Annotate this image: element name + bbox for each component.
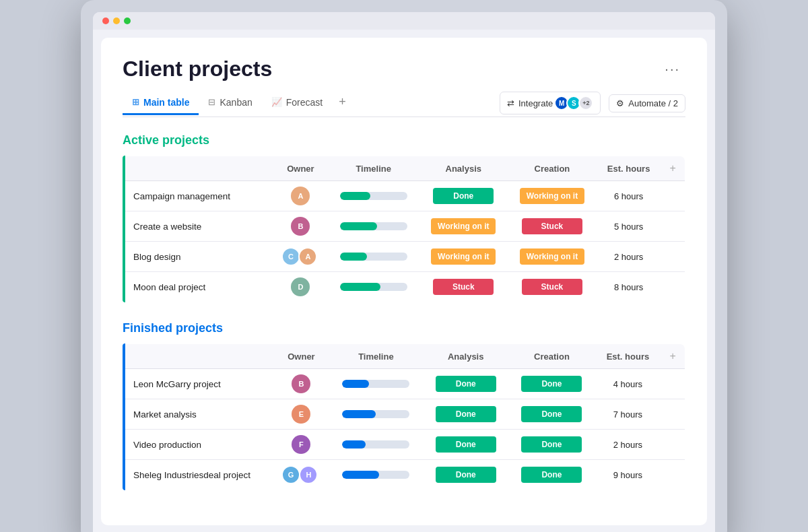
timeline-bar (342, 380, 409, 388)
owner-cell: E (273, 399, 329, 430)
avatar-group: CA (281, 247, 320, 266)
analysis-cell: Done (423, 430, 509, 460)
finished-table-body: Leon McGarry project B Done Done 4 hours… (125, 369, 685, 490)
table-row: Leon McGarry project B Done Done 4 hours (125, 369, 685, 399)
tab-main-table[interactable]: ⊞ Main table (123, 92, 199, 115)
timeline-bar (340, 222, 407, 230)
avatar: F (292, 435, 310, 454)
analysis-badge: Working on it (431, 218, 496, 234)
avatar: C (281, 247, 300, 266)
app-content: Client projects ··· ⊞ Main table ⊟ Kanba… (101, 38, 707, 525)
tab-forecast[interactable]: 📈 Forecast (262, 92, 332, 115)
timeline-bar (340, 283, 407, 291)
analysis-badge: Working on it (431, 248, 496, 265)
table-row: Blog design CA Working on it Working on … (125, 242, 685, 272)
laptop-shell: Client projects ··· ⊞ Main table ⊟ Kanba… (81, 0, 727, 532)
project-name: Leon McGarry project (125, 369, 273, 399)
row-add-cell (661, 242, 685, 272)
creation-cell: Done (509, 460, 595, 490)
avatar: G (281, 465, 300, 484)
owner-cell: CA (273, 242, 328, 272)
creation-badge: Working on it (520, 248, 584, 265)
screen-bar (93, 12, 715, 30)
col-owner-active: Owner (273, 156, 328, 181)
automate-button[interactable]: ⚙ Automate / 2 (609, 94, 685, 112)
analysis-cell: Working on it (419, 211, 508, 242)
analysis-cell: Done (423, 369, 509, 399)
active-projects-table-wrap: Owner Timeline Analysis Creation Est. ho… (123, 156, 685, 302)
tab-kanban-label: Kanban (220, 97, 252, 108)
finished-table-header-row: Owner Timeline Analysis Creation Est. ho… (125, 344, 685, 369)
integrate-button[interactable]: ⇄ Integrate M S +2 (500, 92, 601, 114)
table-row: Market analysis E Done Done 7 hours (125, 399, 685, 430)
row-add-cell (661, 272, 685, 302)
owner-cell: A (273, 181, 328, 211)
dot-red (102, 18, 109, 24)
est-hours-cell: 2 hours (595, 430, 661, 460)
table-row: Sheleg Industriesdeal project GH Done Do… (125, 460, 685, 490)
add-column-finished-button[interactable]: + (670, 350, 676, 362)
col-analysis-finished: Analysis (423, 344, 509, 369)
avatar: H (299, 465, 318, 484)
timeline-cell (329, 369, 423, 399)
creation-badge: Stuck (522, 218, 582, 234)
avatar: E (292, 405, 310, 424)
creation-cell: Stuck (508, 272, 597, 302)
timeline-cell (328, 272, 419, 302)
finished-projects-section: Finished projects Owner Timeline Analysi… (123, 321, 685, 490)
kanban-icon: ⊟ (208, 97, 215, 107)
col-esthours-active: Est. hours (597, 156, 661, 181)
owner-cell: D (273, 272, 328, 302)
col-creation-finished: Creation (509, 344, 595, 369)
timeline-bar (340, 192, 407, 200)
est-hours-cell: 6 hours (597, 181, 661, 211)
timeline-bar (342, 440, 409, 448)
timeline-bar (342, 471, 409, 479)
avatar: D (291, 277, 310, 296)
tab-forecast-label: Forecast (286, 97, 323, 108)
dot-yellow (113, 18, 120, 24)
integrate-label: Integrate (518, 98, 553, 108)
tab-kanban[interactable]: ⊟ Kanban (199, 92, 261, 115)
est-hours-cell: 7 hours (595, 399, 661, 430)
add-tab-button[interactable]: + (332, 90, 353, 117)
row-add-cell (661, 211, 685, 242)
col-name-active (125, 156, 273, 181)
creation-badge: Working on it (520, 188, 584, 204)
row-add-cell (661, 460, 685, 490)
table-row: Moon deal project D Stuck Stuck 8 hours (125, 272, 685, 302)
col-add-active: + (661, 156, 685, 181)
add-column-active-button[interactable]: + (670, 162, 676, 174)
creation-cell: Stuck (508, 211, 597, 242)
finished-projects-table-wrap: Owner Timeline Analysis Creation Est. ho… (123, 343, 685, 490)
analysis-cell: Done (419, 181, 508, 211)
table-row: Campaign management A Done Working on it… (125, 181, 685, 211)
creation-badge: Stuck (522, 279, 582, 295)
project-name: Video production (125, 430, 273, 460)
table-row: Create a website B Working on it Stuck 5… (125, 211, 685, 242)
creation-cell: Done (509, 369, 595, 399)
timeline-cell (328, 181, 419, 211)
avatar: A (298, 247, 317, 266)
col-add-finished: + (661, 344, 685, 369)
timeline-bar (340, 253, 407, 261)
tabs-bar: ⊞ Main table ⊟ Kanban 📈 Forecast + ⇄ Int… (123, 90, 685, 117)
row-add-cell (661, 399, 685, 430)
active-projects-section: Active projects Owner Timeline Analysis … (123, 133, 685, 302)
analysis-badge: Stuck (433, 279, 494, 295)
project-name: Campaign management (125, 181, 273, 211)
owner-cell: B (273, 211, 328, 242)
avatar: A (291, 187, 310, 205)
page-header: Client projects ··· (123, 57, 685, 81)
col-esthours-finished: Est. hours (595, 344, 661, 369)
col-name-finished (125, 344, 273, 369)
forecast-icon: 📈 (271, 97, 282, 107)
more-options-button[interactable]: ··· (659, 59, 685, 79)
creation-cell: Working on it (508, 242, 597, 272)
project-name: Sheleg Industriesdeal project (125, 460, 273, 490)
automate-label: Automate / 2 (628, 98, 678, 108)
table-icon: ⊞ (132, 97, 139, 107)
creation-badge: Done (521, 406, 582, 422)
project-name: Create a website (125, 211, 273, 242)
badge-plus: +2 (578, 96, 593, 110)
